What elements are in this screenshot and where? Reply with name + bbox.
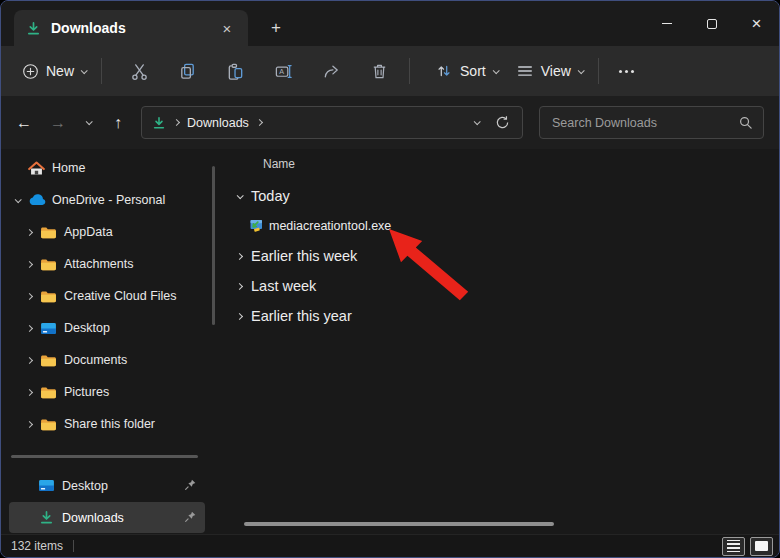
sidebar-item-share-this-folder[interactable]: Share this folder (1, 408, 211, 440)
group-header-earlier-this-week[interactable]: Earlier this week (219, 241, 779, 271)
close-icon: × (752, 15, 762, 32)
sidebar-vertical-scrollbar[interactable] (212, 166, 215, 325)
chevron-down-icon (237, 192, 244, 199)
forward-button[interactable]: → (41, 106, 75, 140)
sidebar-item-documents[interactable]: Documents (1, 344, 211, 376)
copy-button[interactable] (163, 53, 211, 89)
minimize-button[interactable] (644, 1, 689, 46)
chevron-right-icon[interactable] (25, 228, 32, 235)
delete-button[interactable] (355, 53, 403, 89)
content-horizontal-scrollbar[interactable] (244, 522, 554, 526)
recent-locations-button[interactable] (75, 106, 101, 140)
group-header-last-week[interactable]: Last week (219, 271, 779, 301)
share-button[interactable] (307, 53, 355, 89)
chevron-down-icon (81, 67, 88, 74)
sidebar-item-label: Pictures (64, 385, 109, 399)
downloads-icon (26, 21, 41, 36)
sort-button[interactable]: Sort (426, 53, 507, 89)
chevron-down-icon (577, 67, 584, 74)
tab-close-button[interactable]: × (216, 17, 238, 39)
sidebar-item-attachments[interactable]: Attachments (1, 248, 211, 280)
group-label: Today (251, 188, 290, 204)
sidebar-item-desktop[interactable]: Desktop (1, 312, 211, 344)
chevron-right-icon[interactable] (25, 324, 32, 331)
sidebar-item-pictures[interactable]: Pictures (1, 376, 211, 408)
status-divider (73, 540, 74, 552)
group-label: Last week (251, 278, 316, 294)
large-thumbnails-toggle[interactable] (750, 537, 773, 556)
trash-icon (370, 62, 389, 81)
sidebar-item-appdata[interactable]: AppData (1, 216, 211, 248)
more-options-button[interactable] (605, 70, 648, 73)
file-list-pane: Name Today mediacreationtool.exe Earlier… (219, 149, 779, 534)
refresh-button[interactable] (495, 115, 510, 130)
file-row-mediacreationtool[interactable]: mediacreationtool.exe (219, 211, 779, 241)
group-label: Earlier this week (251, 248, 357, 264)
search-input[interactable] (552, 116, 738, 130)
desktop-icon (37, 479, 56, 492)
address-bar[interactable]: Downloads (141, 106, 523, 139)
details-view-toggle[interactable] (722, 537, 745, 556)
toolbar-divider (101, 58, 102, 84)
close-button[interactable]: × (734, 1, 779, 46)
sidebar-item-home[interactable]: Home (1, 152, 211, 184)
cut-button[interactable] (115, 53, 163, 89)
navigation-pane: Home OneDrive - Personal AppData Attachm… (1, 149, 219, 534)
address-dropdown-chevron-icon[interactable] (474, 118, 481, 125)
chevron-right-icon (236, 312, 243, 319)
sidebar-item-desktop-pinned[interactable]: Desktop (9, 470, 205, 501)
sidebar-item-label: Desktop (64, 321, 110, 335)
paste-icon (226, 62, 245, 81)
rename-button[interactable]: A (259, 53, 307, 89)
chevron-right-icon[interactable] (25, 388, 32, 395)
mediacreationtool-icon (247, 218, 263, 234)
column-header-name[interactable]: Name (219, 149, 779, 179)
folder-icon (39, 290, 58, 303)
svg-text:A: A (279, 68, 284, 76)
up-button[interactable]: ↑ (101, 106, 135, 140)
command-bar: New A (1, 46, 779, 96)
maximize-button[interactable] (689, 1, 734, 46)
chevron-right-icon[interactable] (25, 260, 32, 267)
paste-button[interactable] (211, 53, 259, 89)
new-button[interactable]: New (13, 53, 95, 89)
sidebar-item-creative-cloud-files[interactable]: Creative Cloud Files (1, 280, 211, 312)
desktop-icon (39, 322, 58, 335)
sidebar-item-onedrive[interactable]: OneDrive - Personal (1, 184, 211, 216)
new-tab-button[interactable]: + (261, 14, 291, 42)
share-icon (322, 62, 341, 81)
pin-icon (184, 478, 197, 491)
sidebar-item-label: OneDrive - Personal (52, 193, 165, 207)
tab-title: Downloads (51, 20, 216, 36)
group-header-earlier-this-year[interactable]: Earlier this year (219, 301, 779, 331)
sidebar-item-label: Share this folder (64, 417, 155, 431)
new-button-label: New (46, 63, 74, 79)
search-icon (738, 115, 753, 130)
group-header-today[interactable]: Today (219, 181, 779, 211)
search-box[interactable] (539, 106, 764, 139)
group-label: Earlier this year (251, 308, 352, 324)
file-name: mediacreationtool.exe (269, 219, 391, 233)
sort-button-label: Sort (460, 63, 486, 79)
chevron-down-icon[interactable] (14, 196, 21, 203)
chevron-down-icon (492, 67, 499, 74)
sidebar-item-label: Creative Cloud Files (64, 289, 177, 303)
details-view-icon (727, 540, 740, 552)
chevron-right-icon[interactable] (25, 420, 32, 427)
sidebar-horizontal-scrollbar[interactable] (11, 455, 198, 458)
sidebar-item-label: Desktop (62, 479, 108, 493)
breadcrumb-downloads[interactable]: Downloads (187, 116, 249, 130)
sidebar-item-downloads-pinned[interactable]: Downloads (9, 502, 205, 533)
folder-icon (39, 258, 58, 271)
minimize-icon (662, 23, 672, 24)
navigation-bar: ← → ↑ Downloads (1, 96, 779, 149)
sidebar-item-label: Home (52, 161, 85, 175)
tab-downloads[interactable]: Downloads × (14, 10, 248, 46)
chevron-right-icon[interactable] (25, 356, 32, 363)
sidebar-item-label: Downloads (62, 511, 124, 525)
chevron-right-icon[interactable] (25, 292, 32, 299)
toolbar-divider (409, 58, 410, 84)
sidebar-item-label: AppData (64, 225, 113, 239)
view-button[interactable]: View (507, 53, 592, 89)
back-button[interactable]: ← (7, 106, 41, 140)
